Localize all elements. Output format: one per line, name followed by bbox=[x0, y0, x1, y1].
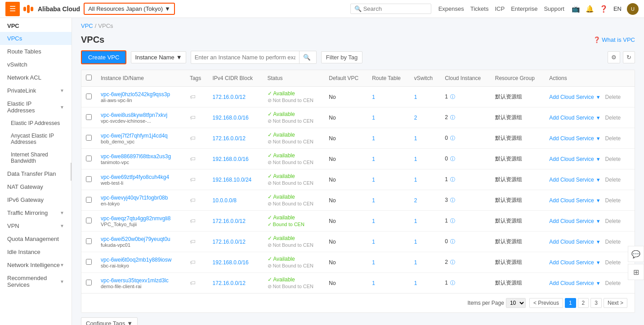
vswitch-link[interactable]: 1 bbox=[414, 135, 417, 142]
vswitch-link[interactable]: 2 bbox=[414, 115, 417, 121]
row-checkbox[interactable] bbox=[86, 135, 92, 141]
tags-cell[interactable]: 🏷 bbox=[185, 149, 208, 169]
action-chevron-icon[interactable]: ▼ bbox=[596, 198, 601, 203]
add-cloud-service-link[interactable]: Add Cloud Service bbox=[549, 218, 594, 224]
tags-cell[interactable]: 🏷 bbox=[185, 211, 208, 232]
tag-icon[interactable]: 🏷 bbox=[190, 93, 196, 100]
row-checkbox-cell[interactable] bbox=[81, 190, 96, 211]
add-cloud-service-link[interactable]: Add Cloud Service bbox=[549, 280, 594, 286]
route-table-link[interactable]: 1 bbox=[372, 177, 375, 183]
tags-cell[interactable]: 🏷 bbox=[185, 252, 208, 273]
hamburger-btn[interactable]: ☰ bbox=[5, 2, 20, 16]
instance-name-search-input[interactable] bbox=[191, 52, 299, 63]
row-checkbox[interactable] bbox=[86, 197, 92, 203]
sidebar-item-elastic-ip-sub[interactable]: Elastic IP Addresses bbox=[0, 117, 72, 129]
info-icon[interactable]: ⓘ bbox=[450, 177, 455, 182]
cidr-link[interactable]: 172.16.0.0/12 bbox=[213, 135, 246, 142]
row-checkbox[interactable] bbox=[86, 238, 92, 244]
cidr-link[interactable]: 172.16.0.0/12 bbox=[213, 239, 246, 245]
action-chevron-icon[interactable]: ▼ bbox=[596, 136, 601, 141]
action-chevron-icon[interactable]: ▼ bbox=[596, 218, 601, 224]
row-checkbox[interactable] bbox=[86, 280, 92, 285]
sidebar-item-vpcs[interactable]: VPCs bbox=[0, 32, 72, 45]
enterprise-link[interactable]: Enterprise bbox=[511, 5, 537, 12]
action-chevron-icon[interactable]: ▼ bbox=[596, 280, 601, 286]
select-all-col[interactable] bbox=[81, 70, 96, 87]
row-checkbox[interactable] bbox=[86, 114, 92, 120]
sidebar-item-nat-gateway[interactable]: NAT Gateway bbox=[0, 180, 72, 193]
resource-selector[interactable]: All Resources Japan (Tokyo) ▼ bbox=[84, 3, 175, 15]
info-icon[interactable]: ⓘ bbox=[450, 94, 455, 99]
action-chevron-icon[interactable]: ▼ bbox=[596, 177, 601, 183]
action-chevron-icon[interactable]: ▼ bbox=[596, 115, 601, 120]
sidebar-item-idle-instance[interactable]: Idle Instance bbox=[0, 245, 72, 258]
vswitch-link[interactable]: 1 bbox=[414, 156, 417, 162]
delete-link[interactable]: Delete bbox=[605, 259, 621, 266]
filter-select[interactable]: Instance Name ▼ bbox=[131, 51, 186, 63]
bell-icon[interactable]: 🔔 bbox=[586, 5, 594, 13]
add-cloud-service-link[interactable]: Add Cloud Service bbox=[549, 239, 594, 245]
instance-id-link[interactable]: vpc-6wei520w0bej79yeuqt0u bbox=[101, 236, 170, 242]
create-vpc-button[interactable]: Create VPC bbox=[81, 50, 126, 64]
tags-cell[interactable]: 🏷 bbox=[185, 273, 208, 294]
row-checkbox-cell[interactable] bbox=[81, 273, 96, 294]
row-checkbox[interactable] bbox=[86, 259, 92, 265]
breadcrumb-vpc[interactable]: VPC bbox=[81, 22, 93, 29]
delete-link[interactable]: Delete bbox=[605, 135, 621, 142]
tag-icon[interactable]: 🏷 bbox=[190, 259, 196, 266]
row-checkbox-cell[interactable] bbox=[81, 128, 96, 149]
sidebar-item-network-intelligence[interactable]: Network Intelligence ▼ bbox=[0, 258, 72, 272]
select-all-checkbox[interactable] bbox=[86, 75, 92, 80]
vswitch-link[interactable]: 1 bbox=[414, 259, 417, 266]
row-checkbox[interactable] bbox=[86, 176, 92, 182]
cidr-link[interactable]: 192.168.0.0/16 bbox=[213, 156, 249, 162]
vswitch-link[interactable]: 1 bbox=[414, 94, 417, 100]
delete-link[interactable]: Delete bbox=[605, 115, 621, 121]
info-icon[interactable]: ⓘ bbox=[450, 259, 455, 265]
add-cloud-service-link[interactable]: Add Cloud Service bbox=[549, 115, 594, 121]
row-checkbox[interactable] bbox=[86, 218, 92, 223]
row-checkbox-cell[interactable] bbox=[81, 211, 96, 232]
cidr-link[interactable]: 192.168.10.0/24 bbox=[213, 177, 252, 183]
filter-by-tag-button[interactable]: Filter by Tag bbox=[321, 51, 363, 63]
sidebar-item-internet-bw[interactable]: Internet Shared Bandwidth bbox=[0, 148, 72, 167]
add-cloud-service-link[interactable]: Add Cloud Service bbox=[549, 94, 594, 100]
delete-link[interactable]: Delete bbox=[605, 177, 621, 183]
delete-link[interactable]: Delete bbox=[605, 156, 621, 162]
next-page-button[interactable]: Next > bbox=[604, 298, 627, 308]
row-checkbox-cell[interactable] bbox=[81, 232, 96, 252]
icp-link[interactable]: ICP bbox=[495, 5, 505, 12]
sidebar-item-anycast[interactable]: Anycast Elastic IP Addresses bbox=[0, 129, 72, 148]
instance-id-link[interactable]: vpc-6we69ztfp4fyo8cuh4kg4 bbox=[101, 174, 169, 180]
tags-cell[interactable]: 🏷 bbox=[185, 128, 208, 149]
tag-icon[interactable]: 🏷 bbox=[190, 238, 196, 245]
row-checkbox[interactable] bbox=[86, 156, 92, 161]
delete-link[interactable]: Delete bbox=[605, 239, 621, 245]
delete-link[interactable]: Delete bbox=[605, 197, 621, 204]
vswitch-link[interactable]: 2 bbox=[414, 197, 417, 204]
tag-icon[interactable]: 🏷 bbox=[190, 197, 196, 204]
route-table-link[interactable]: 1 bbox=[372, 135, 375, 142]
instance-id-link[interactable]: vpc-6wei8us8kyw8tfpn7xkvj bbox=[101, 112, 167, 118]
tag-icon[interactable]: 🏷 bbox=[190, 218, 196, 224]
sidebar-collapse-btn[interactable]: ‹ bbox=[71, 163, 72, 181]
route-table-link[interactable]: 1 bbox=[372, 239, 375, 245]
instance-id-link[interactable]: vpc-6wej7f2f7qhfym1j4cd4q bbox=[101, 133, 168, 139]
sidebar-item-privatelink[interactable]: PrivateLink ▼ bbox=[0, 84, 72, 97]
support-link[interactable]: Support bbox=[544, 5, 564, 12]
search-box[interactable]: 🔍 bbox=[350, 4, 431, 14]
info-icon[interactable]: ⓘ bbox=[450, 280, 455, 285]
tags-cell[interactable]: 🏷 bbox=[185, 87, 208, 107]
tag-icon[interactable]: 🏷 bbox=[190, 114, 196, 121]
tag-icon[interactable]: 🏷 bbox=[190, 156, 196, 162]
configure-tags-button[interactable]: Configure Tags ▼ bbox=[81, 317, 138, 325]
vswitch-link[interactable]: 1 bbox=[414, 280, 417, 286]
info-icon[interactable]: ⓘ bbox=[450, 135, 455, 141]
route-table-link[interactable]: 1 bbox=[372, 280, 375, 286]
vswitch-link[interactable]: 1 bbox=[414, 177, 417, 183]
action-chevron-icon[interactable]: ▼ bbox=[596, 156, 601, 162]
tags-cell[interactable]: 🏷 bbox=[185, 232, 208, 252]
add-cloud-service-link[interactable]: Add Cloud Service bbox=[549, 197, 594, 204]
lang-label[interactable]: EN bbox=[613, 5, 622, 12]
instance-id-link[interactable]: vpc-6wei6t0oq2mb1y889iosw bbox=[101, 257, 171, 263]
